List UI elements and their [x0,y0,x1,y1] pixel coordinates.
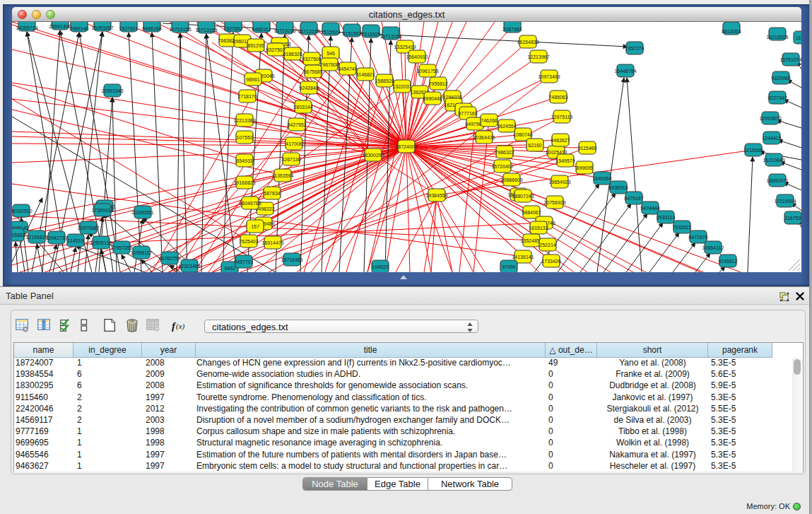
svg-text:20364436: 20364436 [473,135,495,140]
svg-text:2087682: 2087682 [502,27,522,32]
svg-text:9227342: 9227342 [767,95,787,100]
svg-text:18300295: 18300295 [362,153,384,158]
svg-text:3675685: 3675685 [303,69,322,74]
svg-text:97450: 97450 [502,264,516,269]
svg-text:1615132: 1615132 [529,226,548,230]
svg-text:252214: 252214 [539,243,555,247]
svg-text:14136141: 14136141 [512,255,534,259]
svg-text:19166823: 19166823 [233,180,255,185]
svg-text:2969146: 2969146 [69,26,88,31]
svg-text:8813054: 8813054 [722,29,741,34]
svg-text:1588520: 1588520 [375,78,394,83]
svg-text:15720407: 15720407 [491,164,513,169]
svg-text:2718170: 2718170 [237,94,257,99]
svg-text:7515524: 7515524 [321,30,340,35]
svg-text:1640954: 1640954 [592,176,611,181]
svg-text:6466160: 6466160 [142,26,161,31]
svg-text:2933114: 2933114 [657,215,676,220]
svg-text:3267130: 3267130 [281,157,300,162]
svg-text:20756928: 20756928 [543,200,565,205]
svg-text:1244415: 1244415 [762,136,781,141]
svg-text:13692971: 13692971 [766,178,788,183]
svg-text:1080748: 1080748 [513,132,532,137]
svg-text:9151593: 9151593 [342,31,361,36]
svg-text:587834: 587834 [264,191,280,196]
svg-text:3624554: 3624554 [497,124,516,129]
svg-text:107553: 107553 [236,135,252,140]
svg-text:19218506: 19218506 [766,35,788,40]
svg-text:11124: 11124 [796,35,801,40]
svg-text:7357274: 7357274 [625,46,644,51]
svg-text:17359914: 17359914 [91,208,113,213]
svg-text:8990448: 8990448 [423,96,442,101]
svg-text:13325419: 13325419 [394,45,416,49]
svg-text:12156829: 12156829 [25,235,47,240]
svg-text:14055724: 14055724 [16,25,37,30]
svg-text:9457791: 9457791 [234,259,253,264]
svg-text:116753: 116753 [785,216,801,221]
svg-text:8186328: 8186328 [283,52,302,57]
svg-text:9242848: 9242848 [299,86,318,90]
svg-text:2967608: 2967608 [319,62,339,67]
svg-text:9245612: 9245612 [718,259,737,264]
svg-text:15716485: 15716485 [281,257,302,262]
svg-text:62160: 62160 [528,143,542,148]
svg-text:9327508: 9327508 [302,57,321,62]
svg-text:12923485: 12923485 [178,264,200,269]
svg-text:20206551: 20206551 [131,210,153,215]
svg-text:18724007: 18724007 [395,144,417,149]
svg-text:11353594: 11353594 [272,173,294,178]
svg-text:899695: 899695 [576,165,592,170]
svg-text:17016504: 17016504 [774,199,796,204]
svg-text:746266: 746266 [481,118,497,123]
svg-text:9884067: 9884067 [522,210,541,215]
svg-text:16713158: 16713158 [379,34,401,39]
svg-text:9115460: 9115460 [578,146,597,151]
svg-text:10719156: 10719156 [273,28,295,33]
svg-text:891295: 891295 [247,43,264,48]
svg-text:7485063: 7485063 [548,95,567,100]
svg-text:1527602: 1527602 [223,26,242,31]
svg-text:3215938: 3215938 [743,148,763,153]
svg-text:13975887: 13975887 [77,226,99,230]
svg-text:157: 157 [251,224,259,229]
svg-text:19384554: 19384554 [425,193,447,198]
svg-text:9146821: 9146821 [355,72,375,77]
svg-text:12213383: 12213383 [233,118,255,123]
svg-text:7625402: 7625402 [239,239,258,244]
svg-text:16713156: 16713156 [298,29,319,34]
svg-text:114519: 114519 [68,238,84,243]
svg-text:16210643: 16210643 [763,158,784,163]
svg-text:8427552: 8427552 [287,122,306,127]
svg-text:8471676: 8471676 [688,235,707,240]
svg-text:9452: 9452 [224,266,235,271]
svg-text:12975115: 12975115 [551,115,573,119]
svg-text:7986322: 7986322 [495,150,514,155]
svg-text:16782759: 16782759 [158,256,180,261]
svg-text:9777169: 9777169 [458,111,477,116]
svg-text:20553346: 20553346 [101,88,123,93]
svg-text:6479197: 6479197 [624,196,643,201]
svg-text:15751074: 15751074 [779,57,801,62]
svg-text:10654112: 10654112 [702,245,724,250]
svg-text:8454749: 8454749 [338,66,357,71]
svg-text:9329966: 9329966 [771,76,790,81]
svg-text:6466161: 6466161 [252,27,271,32]
svg-text:1527601: 1527601 [119,26,138,31]
svg-text:98961: 98961 [246,77,260,82]
svg-text:16914479: 16914479 [261,240,283,245]
svg-text:7515525: 7515525 [361,32,380,37]
svg-text:654933: 654933 [236,158,252,163]
svg-text:1733426: 1733426 [541,259,560,264]
svg-text:16053267: 16053267 [91,25,113,30]
svg-text:10719155: 10719155 [169,27,191,32]
svg-text:16448784: 16448784 [614,69,636,74]
svg-text:417006: 417006 [286,141,302,146]
svg-text:2803144: 2803144 [293,105,312,110]
svg-text:1549579: 1549579 [555,158,575,163]
svg-text:9463627: 9463627 [551,138,570,143]
svg-text:20691406: 20691406 [49,24,71,29]
svg-text:7632621: 7632621 [672,225,691,230]
svg-text:16046788: 16046788 [239,201,261,206]
svg-text:10961758: 10961758 [416,69,438,74]
